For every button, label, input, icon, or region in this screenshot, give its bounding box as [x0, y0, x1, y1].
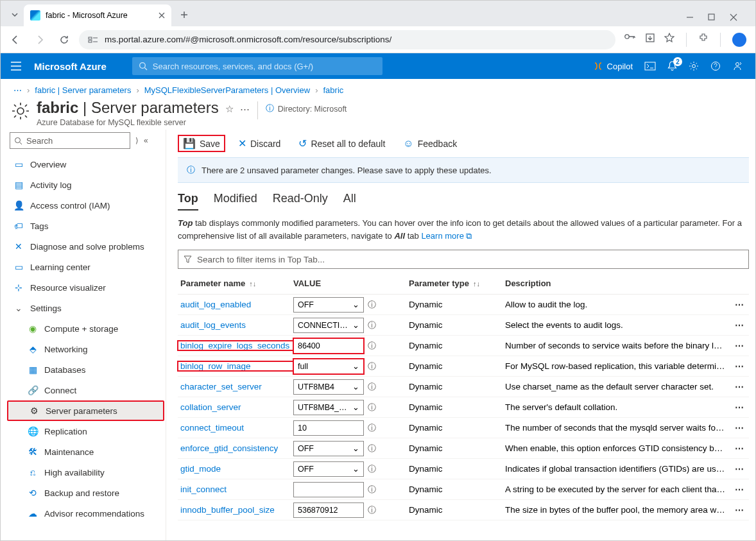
install-app-icon[interactable] — [645, 33, 655, 47]
nav-networking[interactable]: ⬘Networking — [7, 339, 164, 359]
crumb-2[interactable]: MySQLFlexibleServerParameters | Overview — [144, 85, 310, 95]
param-link[interactable]: binlog_expire_logs_seconds — [180, 341, 289, 350]
param-link[interactable]: audit_log_events — [180, 320, 246, 330]
param-select[interactable]: OFF⌄ — [293, 441, 364, 456]
notifications-icon[interactable]: 2 — [667, 61, 677, 71]
browser-tab[interactable]: fabric - Microsoft Azure — [24, 4, 171, 26]
param-select[interactable]: CONNECTI…⌄ — [293, 318, 364, 333]
row-more-button[interactable]: ⋯ — [735, 382, 744, 392]
new-tab-button[interactable] — [175, 6, 193, 24]
learn-more-link[interactable]: Learn more ⧉ — [421, 231, 472, 241]
tab-readonly[interactable]: Read-Only — [273, 192, 328, 210]
close-tab-icon[interactable] — [159, 12, 165, 19]
row-more-button[interactable]: ⋯ — [735, 321, 744, 331]
row-more-button[interactable]: ⋯ — [735, 485, 744, 495]
info-icon[interactable]: ⓘ — [368, 299, 376, 311]
nav-maintenance[interactable]: 🛠Maintenance — [7, 442, 164, 462]
param-select[interactable]: full⌄ — [293, 359, 364, 374]
portal-menu-button[interactable] — [1, 53, 31, 79]
tab-list-dropdown[interactable] — [6, 6, 24, 24]
col-header-name[interactable]: Parameter name — [180, 279, 245, 288]
nav-replication[interactable]: 🌐Replication — [7, 421, 164, 442]
param-link[interactable]: audit_log_enabled — [180, 300, 251, 309]
window-maximize[interactable] — [708, 13, 719, 21]
info-icon[interactable]: ⓘ — [368, 381, 376, 393]
leftnav-search[interactable]: Search — [10, 132, 130, 149]
settings-gear-icon[interactable] — [689, 61, 699, 71]
param-link[interactable]: innodb_buffer_pool_size — [180, 505, 275, 515]
nav-tags[interactable]: 🏷Tags — [7, 216, 164, 236]
info-icon[interactable]: ⓘ — [368, 443, 376, 454]
nav-resource-visualizer[interactable]: ⊹Resource visualizer — [7, 277, 164, 298]
nav-high-availability[interactable]: ⎌High availability — [7, 462, 164, 483]
param-link[interactable]: gtid_mode — [180, 464, 221, 474]
cloud-shell-icon[interactable] — [644, 62, 656, 71]
crumb-1[interactable]: fabric | Server parameters — [35, 85, 131, 95]
row-more-button[interactable]: ⋯ — [735, 444, 744, 454]
info-icon[interactable]: ⓘ — [368, 320, 376, 331]
breadcrumb-more[interactable]: ⋯ — [13, 85, 22, 95]
nav-connect[interactable]: 🔗Connect — [7, 380, 164, 400]
nav-settings-group[interactable]: ⌄Settings — [7, 298, 164, 318]
nav-overview[interactable]: ▭Overview — [7, 154, 164, 175]
reset-button[interactable]: ↺Reset all to default — [293, 135, 390, 152]
more-actions-icon[interactable]: ⋯ — [240, 99, 250, 115]
nav-backup-restore[interactable]: ⟲Backup and restore — [7, 483, 164, 503]
favorite-star-icon[interactable]: ☆ — [225, 99, 234, 115]
row-more-button[interactable]: ⋯ — [735, 465, 744, 474]
discard-button[interactable]: ✕Discard — [233, 135, 286, 152]
expand-nav-icon[interactable]: ⟩ — [135, 136, 139, 145]
tab-top[interactable]: Top — [178, 192, 198, 210]
param-link[interactable]: connect_timeout — [180, 423, 244, 433]
site-info-icon[interactable] — [88, 35, 98, 44]
azure-brand[interactable]: Microsoft Azure — [31, 61, 132, 72]
nav-diagnose[interactable]: ✕Diagnose and solve problems — [7, 236, 164, 257]
param-select[interactable]: UTF8MB4⌄ — [293, 379, 364, 395]
row-more-button[interactable]: ⋯ — [735, 403, 744, 413]
nav-advisor[interactable]: ☁Advisor recommendations — [7, 503, 164, 524]
save-button[interactable]: 💾Save — [178, 135, 225, 152]
info-icon[interactable]: ⓘ — [368, 463, 376, 475]
sort-icon[interactable]: ↑↓ — [473, 280, 480, 288]
param-link[interactable]: binlog_row_image — [180, 361, 251, 371]
nav-back[interactable] — [6, 30, 25, 49]
info-icon[interactable]: ⓘ — [368, 422, 376, 434]
info-icon[interactable]: ⓘ — [368, 402, 376, 413]
password-key-icon[interactable] — [624, 33, 636, 47]
tab-all[interactable]: All — [343, 192, 356, 210]
azure-search[interactable]: Search resources, services, and docs (G+… — [132, 57, 382, 75]
nav-compute-storage[interactable]: ◉Compute + storage — [7, 318, 164, 339]
info-icon[interactable]: ⓘ — [368, 484, 376, 495]
extensions-icon[interactable] — [698, 33, 709, 47]
feedback-person-icon[interactable] — [732, 61, 743, 71]
row-more-button[interactable]: ⋯ — [735, 506, 744, 515]
tab-modified[interactable]: Modified — [214, 192, 257, 210]
row-more-button[interactable]: ⋯ — [735, 424, 744, 433]
window-close[interactable] — [730, 13, 741, 21]
param-input[interactable]: 10 — [293, 420, 364, 436]
help-icon[interactable] — [710, 61, 721, 71]
info-icon[interactable]: ⓘ — [368, 361, 376, 372]
nav-forward[interactable] — [30, 30, 49, 49]
row-more-button[interactable]: ⋯ — [735, 362, 744, 372]
param-link[interactable]: enforce_gtid_consistency — [180, 443, 278, 453]
info-icon[interactable]: ⓘ — [368, 504, 376, 516]
profile-avatar[interactable] — [732, 33, 746, 47]
window-minimize[interactable] — [686, 13, 698, 21]
filter-input[interactable]: Search to filter items in Top Tab... — [178, 250, 749, 269]
param-select[interactable]: UTF8MB4_…⌄ — [293, 400, 364, 415]
param-link[interactable]: collation_server — [180, 402, 241, 412]
address-bar[interactable]: ms.portal.azure.com/#@microsoft.onmicros… — [79, 30, 615, 49]
nav-databases[interactable]: ▦Databases — [7, 359, 164, 380]
param-select[interactable]: OFF⌄ — [293, 297, 364, 313]
sort-icon[interactable]: ↑↓ — [249, 280, 256, 288]
param-link[interactable]: init_connect — [180, 485, 227, 494]
bookmark-star-icon[interactable] — [664, 33, 674, 47]
row-more-button[interactable]: ⋯ — [735, 341, 744, 351]
feedback-button[interactable]: ☺Feedback — [398, 135, 462, 152]
param-input[interactable]: 86400 — [293, 338, 364, 354]
param-input[interactable]: 536870912 — [293, 502, 364, 518]
nav-reload[interactable] — [55, 30, 74, 49]
param-link[interactable]: character_set_server — [180, 382, 262, 391]
crumb-3[interactable]: fabric — [323, 85, 343, 95]
